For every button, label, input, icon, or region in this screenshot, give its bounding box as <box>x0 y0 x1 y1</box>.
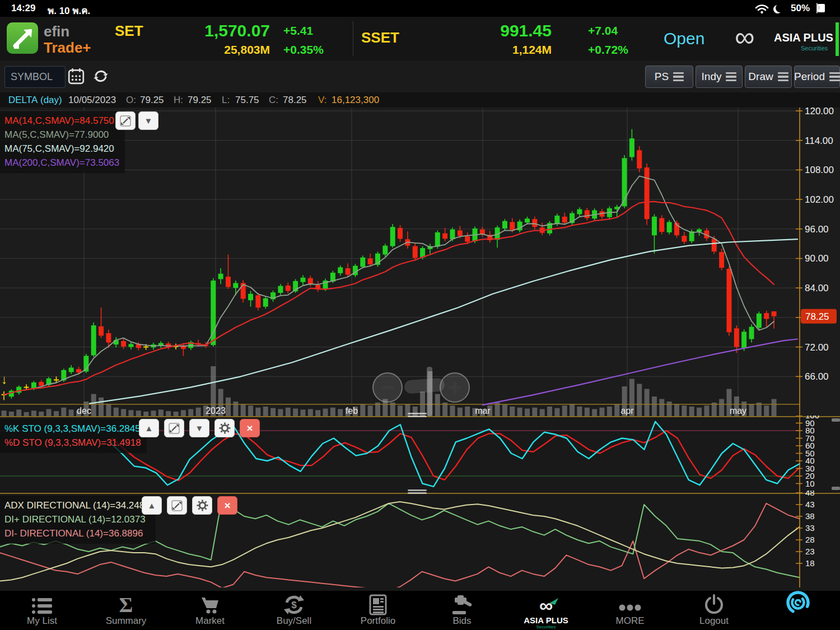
nav-item-assistant[interactable] <box>756 591 840 630</box>
nav-item-my-list[interactable]: My List <box>0 591 84 630</box>
svg-text:43: 43 <box>805 500 815 509</box>
sset-index-label: SSET <box>361 29 399 46</box>
symbol-name[interactable]: DELTA <box>8 95 38 106</box>
nav-item-summary[interactable]: ΣSummary <box>84 591 168 630</box>
svg-text:↓: ↓ <box>1 372 7 386</box>
volume-label: V: <box>318 95 326 106</box>
efin-logo-icon <box>7 22 38 54</box>
panel-resize-handle[interactable] <box>408 488 427 495</box>
expand-icon[interactable] <box>115 111 136 130</box>
main-chart-panel[interactable]: 120.00114.00108.00102.0096.0090.0084.007… <box>0 108 840 417</box>
symbol-input[interactable]: SYMBOL <box>4 66 66 88</box>
stochastic-d-legend: %D STO (9,3,3,SMAV)=31.4918 <box>4 436 141 450</box>
set-index-label: SET <box>115 22 143 40</box>
collapse-down-icon[interactable]: ▼ <box>138 111 158 130</box>
nav-item-label: Buy/Sell <box>252 615 336 627</box>
nav-item-more[interactable]: MORE <box>588 591 672 630</box>
svg-text:feb: feb <box>346 406 358 416</box>
volume-value: 16,123,300 <box>332 95 379 106</box>
zoom-out-button[interactable] <box>372 372 403 403</box>
svg-text:66.00: 66.00 <box>805 371 829 382</box>
app-header: efin Trade+ SET 1,570.07 +5.41 25,803M +… <box>0 17 840 60</box>
logout-icon <box>672 591 756 615</box>
low-value: 75.75 <box>235 95 259 106</box>
sset-index-change: +7.04 <box>588 24 618 38</box>
scroll-thumb[interactable] <box>832 418 840 422</box>
scroll-thumb[interactable] <box>832 487 840 490</box>
draw-button[interactable]: Draw <box>745 66 792 88</box>
move-up-icon[interactable]: ▲ <box>142 496 162 515</box>
nav-item-portfolio[interactable]: Portfolio <box>336 591 420 630</box>
asia-plus-icon: ∞ <box>504 591 588 615</box>
svg-text:may: may <box>730 406 746 416</box>
stochastic-k-legend: %K STO (9,3,3,SMAV)=36.2845 <box>4 422 141 436</box>
buy-sell-icon: $ <box>252 591 336 615</box>
set-index-change-pct: +0.35% <box>283 43 324 57</box>
refresh-icon[interactable] <box>92 67 110 85</box>
expand-icon[interactable] <box>164 419 184 437</box>
menu-icon <box>778 71 788 83</box>
main-chart[interactable]: 120.00114.00108.00102.0096.0090.0084.007… <box>0 108 840 417</box>
svg-text:72.00: 72.00 <box>805 342 829 353</box>
bids-icon <box>420 591 504 615</box>
high-label: H: <box>174 95 183 106</box>
battery-icon <box>816 3 818 13</box>
svg-text:114.00: 114.00 <box>805 136 833 146</box>
svg-text:mar: mar <box>475 406 491 416</box>
nav-item-label: Portfolio <box>336 615 420 627</box>
nav-item-asia-plus[interactable]: ∞ASIA PLUSSecurities <box>504 591 588 630</box>
clock: 14:29 <box>11 3 35 14</box>
ps-button-label: PS <box>655 71 669 83</box>
expand-icon[interactable] <box>167 496 187 515</box>
broker-name: ASIA PLUS <box>774 31 833 44</box>
adx-line-legend: ADX DIRECTIONAL (14)=34.2483 <box>4 498 150 512</box>
panel-resize-handle[interactable] <box>408 412 427 418</box>
stochastic-legend: %K STO (9,3,3,SMAV)=36.2845 %D STO (9,3,… <box>0 419 147 453</box>
period-button[interactable]: Period <box>794 66 840 88</box>
settings-gear-icon[interactable] <box>214 419 235 437</box>
wifi-icon <box>755 3 769 13</box>
sset-index-volume: 1,124M <box>473 43 552 57</box>
nav-item-market[interactable]: Market <box>168 591 252 630</box>
nav-item-label: MORE <box>588 615 672 627</box>
quote-date: 10/05/2023 <box>68 95 116 106</box>
zoom-slider[interactable] <box>404 378 445 394</box>
close-label: C: <box>269 95 278 106</box>
move-up-icon[interactable]: ▲ <box>139 419 159 437</box>
open-value: 79.25 <box>140 95 164 106</box>
svg-text:96.00: 96.00 <box>805 224 829 235</box>
nav-item-label: Logout <box>672 615 756 627</box>
battery-percent: 50% <box>791 3 810 14</box>
indy-button-label: Indy <box>702 71 722 83</box>
zoom-in-button[interactable] <box>440 372 470 403</box>
close-icon[interactable]: × <box>240 419 260 437</box>
portfolio-icon <box>336 591 420 615</box>
calendar-icon[interactable] <box>67 67 85 85</box>
status-bar: 14:29 พ. 10 พ.ค. 50% <box>0 0 840 17</box>
ma5-legend: MA(5,C,SMAV)=77.9000 <box>4 128 119 142</box>
nav-item-label: My List <box>0 615 84 627</box>
indy-button[interactable]: Indy <box>696 66 743 88</box>
svg-text:28: 28 <box>805 535 815 544</box>
nav-item-label: Bids <box>420 615 504 627</box>
svg-text:Σ: Σ <box>119 594 133 615</box>
nav-item-logout[interactable]: Logout <box>672 591 756 630</box>
ohlc-info-line: DELTA (day) 10/05/2023 O: 79.25 H: 79.25… <box>0 92 840 108</box>
ps-button[interactable]: PS <box>645 66 693 88</box>
close-icon[interactable]: × <box>217 496 237 515</box>
svg-text:90.00: 90.00 <box>805 253 829 264</box>
svg-text:108.00: 108.00 <box>805 165 834 175</box>
svg-text:78.25: 78.25 <box>805 311 829 322</box>
nav-item-buy-sell[interactable]: $Buy/Sell <box>252 591 336 630</box>
nav-item-bids[interactable]: Bids <box>420 591 504 630</box>
settings-gear-icon[interactable] <box>192 496 212 515</box>
zoom-slider-handle[interactable] <box>427 367 432 416</box>
menu-icon <box>829 71 840 83</box>
move-down-icon[interactable]: ▼ <box>189 419 209 437</box>
app-name-line2: Trade+ <box>44 39 91 57</box>
ma-legend: MA(14,C,SMAV)=84.5750 MA(5,C,SMAV)=77.90… <box>0 111 125 173</box>
svg-text:120.00: 120.00 <box>805 108 834 116</box>
ma75-legend: MA(75,C,SMAV)=92.9420 <box>4 142 119 156</box>
svg-text:33: 33 <box>805 523 815 533</box>
status-date: พ. 10 พ.ค. <box>48 3 90 18</box>
